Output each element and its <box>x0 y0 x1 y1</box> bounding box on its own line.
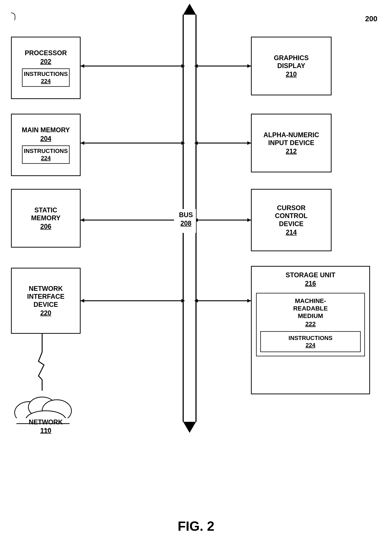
svg-marker-3 <box>183 422 196 433</box>
main-memory-num: 204 <box>40 135 51 143</box>
processor-box: PROCESSOR 202 INSTRUCTIONS 224 <box>11 37 81 99</box>
main-memory-instructions-label: INSTRUCTIONS <box>24 148 68 154</box>
network-num: 110 <box>18 427 73 435</box>
svg-marker-15 <box>247 141 251 145</box>
machine-readable-box: MACHINE- READABLE MEDIUM 222 INSTRUCTION… <box>256 293 365 356</box>
figure-label: FIG. 2 <box>178 519 214 534</box>
storage-unit-label: STORAGE UNIT <box>256 271 365 279</box>
alpha-numeric-label: ALPHA-NUMERIC INPUT DEVICE <box>263 131 319 147</box>
svg-marker-6 <box>81 64 84 68</box>
main-memory-instructions-box: INSTRUCTIONS 224 <box>22 145 70 164</box>
storage-unit-num: 216 <box>256 280 365 287</box>
machine-readable-label: MACHINE- READABLE MEDIUM <box>260 297 361 320</box>
storage-instructions-num: 224 <box>264 342 357 349</box>
processor-instructions-num: 224 <box>41 78 50 85</box>
storage-instructions-label: INSTRUCTIONS <box>264 335 357 341</box>
network-interface-label: NETWORK INTERFACE DEVICE <box>27 285 64 308</box>
cursor-control-num: 214 <box>286 228 297 236</box>
network-interface-num: 220 <box>40 309 51 317</box>
svg-marker-9 <box>247 64 251 68</box>
static-memory-num: 206 <box>40 223 51 230</box>
svg-marker-24 <box>81 299 84 303</box>
svg-marker-12 <box>81 141 84 145</box>
svg-marker-2 <box>183 4 196 15</box>
alpha-numeric-box: ALPHA-NUMERIC INPUT DEVICE 212 <box>251 114 332 172</box>
network-cloud-label: NETWORK 110 <box>18 418 73 435</box>
graphics-display-num: 210 <box>286 70 297 78</box>
processor-label: PROCESSOR <box>25 49 67 57</box>
graphics-display-box: GRAPHICS DISPLAY 210 <box>251 37 332 95</box>
graphics-display-label: GRAPHICS DISPLAY <box>274 54 309 70</box>
svg-marker-21 <box>247 218 251 222</box>
storage-instructions-box: INSTRUCTIONS 224 <box>260 331 361 352</box>
bus-num: 208 <box>172 219 200 227</box>
svg-marker-18 <box>81 218 84 222</box>
network-label: NETWORK <box>18 418 73 426</box>
ref-bracket-svg <box>0 11 18 22</box>
static-memory-label: STATIC MEMORY <box>31 206 61 222</box>
bus-label: BUS <box>172 211 200 219</box>
cursor-control-label: CURSOR CONTROL DEVICE <box>275 204 308 228</box>
machine-readable-num: 222 <box>260 320 361 327</box>
main-memory-instructions-num: 224 <box>41 155 50 162</box>
svg-marker-27 <box>247 299 251 303</box>
diagram-container: PROCESSOR 202 INSTRUCTIONS 224 MAIN MEMO… <box>0 0 392 552</box>
static-memory-box: STATIC MEMORY 206 <box>11 189 81 247</box>
network-interface-box: NETWORK INTERFACE DEVICE 220 <box>11 268 81 334</box>
bus-label-container: BUS 208 <box>172 211 200 227</box>
processor-instructions-label: INSTRUCTIONS <box>24 71 68 77</box>
alpha-numeric-num: 212 <box>286 147 297 155</box>
main-memory-box: MAIN MEMORY 204 INSTRUCTIONS 224 <box>11 114 81 176</box>
ref-200: 200 <box>365 15 377 23</box>
cursor-control-box: CURSOR CONTROL DEVICE 214 <box>251 189 332 251</box>
processor-instructions-box: INSTRUCTIONS 224 <box>22 68 70 87</box>
main-memory-label: MAIN MEMORY <box>22 126 70 134</box>
processor-num: 202 <box>40 58 51 65</box>
storage-unit-box: STORAGE UNIT 216 MACHINE- READABLE MEDIU… <box>251 266 370 394</box>
